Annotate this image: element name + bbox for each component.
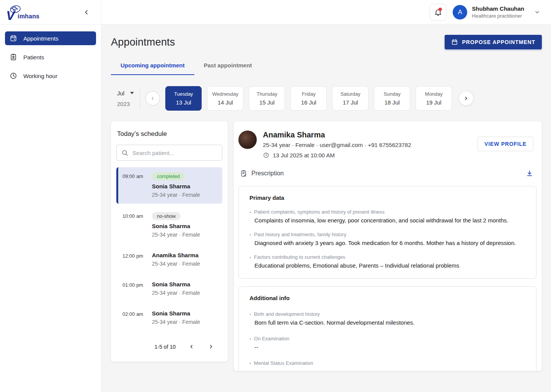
schedule-item-0900[interactable]: 09:00 am completed Sonia Sharma 25-34 ye…: [116, 167, 222, 204]
day-card-14-jul[interactable]: Wednesday 14 Jul: [207, 86, 243, 111]
sidebar-item-appointments[interactable]: Appointments: [5, 31, 96, 45]
patient-meta: 25-34 year · Female: [152, 192, 200, 198]
day-weekday: Sunday: [384, 91, 401, 97]
field-mental-status: Mental Status Examination --: [249, 360, 525, 371]
pagination-prev-button[interactable]: [188, 343, 195, 350]
patient-meta: 25-34 year · Female: [152, 290, 200, 296]
day-card-17-jul[interactable]: Saturday 17 Jul: [332, 86, 368, 111]
field-past-history: Past history and treatments, family hist…: [249, 232, 525, 246]
clock-icon: [263, 152, 269, 158]
schedule-item-1200[interactable]: 12:00 pm Anamika Sharma 25-34 year · Fem…: [116, 247, 222, 273]
appointment-time: 12:00 pm: [122, 252, 145, 267]
appointment-tabs: Upcoming appointment Past appointment: [111, 62, 542, 75]
field-label: On Examination: [249, 336, 525, 341]
user-role: Healthcare practitioner: [472, 13, 524, 19]
patient-name: Sonia Sharma: [152, 183, 190, 189]
logo-v-mark: V: [6, 9, 15, 22]
caret-down-icon: [130, 92, 134, 94]
field-value: --: [254, 368, 525, 371]
user-avatar: A: [453, 5, 467, 20]
day-date: 16 Jul: [301, 99, 316, 106]
day-card-19-jul[interactable]: Monday 19 Jul: [416, 86, 452, 111]
prescription-label: Prescription: [251, 170, 284, 177]
tab-past-appointment[interactable]: Past appointment: [194, 62, 262, 75]
patient-name: Sonia Sharma: [152, 223, 190, 229]
chevron-left-icon: [83, 9, 90, 15]
day-card-16-jul[interactable]: Friday 16 Jul: [290, 86, 327, 111]
top-bar: V imhans A Shubham Chauhan Healthcare pr…: [0, 0, 551, 24]
day-date: 18 Jul: [385, 99, 400, 106]
propose-appointment-label: PROPOSE APPOINTMENT: [462, 39, 535, 45]
patient-detail-panel: Anamika Sharma 25-34 year · Female · use…: [234, 121, 542, 371]
chevron-left-icon: [150, 96, 155, 101]
search-input[interactable]: [132, 150, 217, 156]
sidebar-item-patients[interactable]: Patients: [5, 50, 96, 64]
schedule-item-1000[interactable]: 10:00 am no-show Sonia Sharma 25-34 year…: [116, 207, 222, 243]
patient-name: Sonia Sharma: [152, 310, 190, 317]
sidebar-item-working-hour[interactable]: Working hour: [5, 69, 96, 83]
day-card-18-jul[interactable]: Sunday 18 Jul: [374, 86, 410, 111]
patient-name: Anamika Sharma: [263, 131, 411, 139]
page-title: Appointments: [111, 36, 175, 48]
appointment-time: 01:00 pm: [122, 281, 145, 296]
patient-name: Anamika Sharma: [152, 252, 199, 258]
field-label: Factors contributing to current challeng…: [249, 254, 525, 260]
download-prescription-button[interactable]: [525, 169, 534, 178]
day-card-15-jul[interactable]: Thursday 15 Jul: [249, 86, 285, 111]
clock-icon: [10, 72, 17, 80]
schedule-pagination: 1-5 of 10: [116, 343, 222, 350]
tab-upcoming-appointment[interactable]: Upcoming appointment: [111, 62, 194, 75]
field-on-examination: On Examination --: [249, 336, 525, 350]
status-badge: completed: [152, 172, 185, 180]
chevron-right-icon: [463, 96, 469, 101]
chevron-left-icon: [189, 344, 194, 350]
pagination-next-button[interactable]: [207, 343, 215, 350]
schedule-item-0200[interactable]: 02:00 am Sonia Sharma 25-34 year · Femal…: [116, 305, 222, 331]
patient-meta: 25-34 year · Female: [152, 261, 200, 267]
notifications-button[interactable]: [430, 4, 447, 21]
patient-search: [116, 145, 222, 161]
day-date: 17 Jul: [343, 99, 358, 106]
chevron-right-icon: [208, 344, 214, 350]
calendar-icon: [10, 34, 17, 42]
schedule-list: 09:00 am completed Sonia Sharma 25-34 ye…: [116, 167, 222, 334]
field-complaints: Patient complaints, symptoms and history…: [249, 209, 525, 224]
month-year-dropdown[interactable]: Jul 2023: [117, 90, 134, 107]
day-card-13-jul[interactable]: Tuesday 13 Jul: [165, 86, 202, 111]
field-value: Complaints of insomnia, low energy, poor…: [254, 217, 525, 224]
field-label: Birth and development history: [249, 311, 525, 317]
propose-appointment-button[interactable]: PROPOSE APPOINTMENT: [445, 35, 542, 49]
section-title: Primary data: [249, 194, 525, 201]
divider: [140, 88, 140, 109]
additional-info-card: Additional info Birth and development hi…: [238, 286, 536, 371]
patient-avatar: [238, 131, 257, 149]
top-bar-actions: A Shubham Chauhan Healthcare practitione…: [430, 4, 551, 21]
next-week-button[interactable]: [459, 91, 473, 106]
day-weekday: Wednesday: [212, 91, 238, 97]
day-date: 13 Jul: [176, 99, 191, 106]
day-weekday: Tuesday: [174, 91, 193, 97]
user-menu[interactable]: A Shubham Chauhan Healthcare practitione…: [453, 5, 540, 20]
day-date: 15 Jul: [259, 99, 275, 106]
todays-schedule-panel: Today’s schedule 09:00 am completed Soni…: [111, 121, 228, 362]
brain-logo-icon: V: [6, 4, 23, 20]
day-date: 19 Jul: [426, 99, 442, 106]
day-weekday: Monday: [425, 91, 443, 97]
pagination-range: 1-5 of 10: [155, 344, 176, 350]
previous-week-button[interactable]: [145, 91, 160, 106]
prescription-icon: [240, 170, 248, 177]
schedule-item-0100[interactable]: 01:00 pm Sonia Sharma 25-34 year · Femal…: [116, 276, 222, 302]
patients-badge-icon: [10, 53, 17, 61]
field-factors: Factors contributing to current challeng…: [249, 254, 525, 269]
sidebar-collapse-button[interactable]: [82, 8, 91, 17]
view-profile-button[interactable]: VIEW PROFILE: [478, 137, 533, 151]
main-content: Appointments PROPOSE APPOINTMENT Upcomin…: [101, 24, 551, 392]
search-icon: [121, 149, 129, 157]
chevron-down-icon: [534, 9, 540, 15]
day-weekday: Thursday: [257, 91, 277, 97]
field-label: Mental Status Examination: [249, 360, 525, 366]
day-date: 14 Jul: [218, 99, 233, 106]
field-birth-history: Birth and development history Born full …: [249, 311, 525, 326]
appointment-datetime: 13 Jul 2025 at 10:00 AM: [273, 152, 335, 158]
field-value: Diagnosed with anxiety 3 years ago. Took…: [254, 240, 525, 246]
